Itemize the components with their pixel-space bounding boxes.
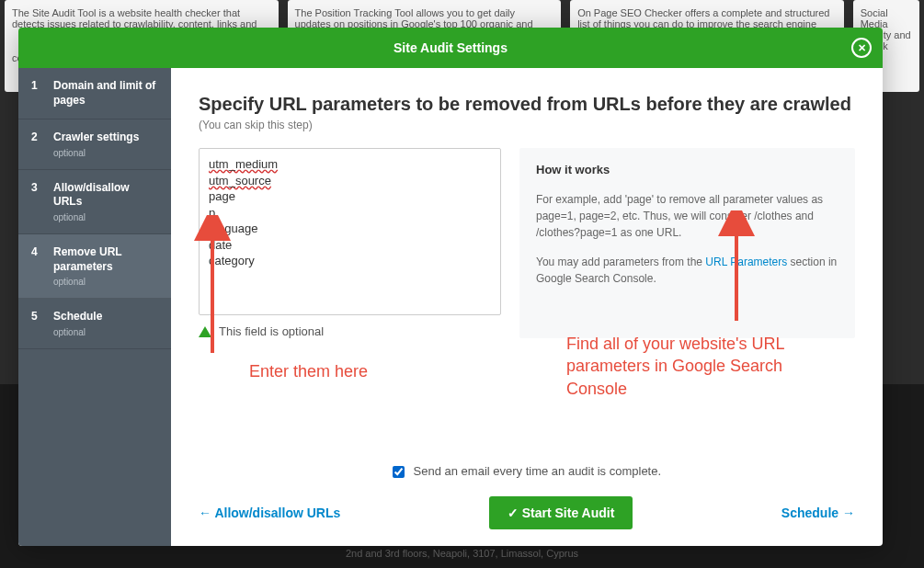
step-number: 5 (31, 310, 42, 337)
warning-icon (199, 326, 211, 337)
settings-modal: Site Audit Settings 1 Domain and limit o… (18, 28, 883, 546)
step-domain[interactable]: 1 Domain and limit of pages (18, 68, 171, 119)
step-title: Domain and limit of pages (53, 79, 158, 108)
how-paragraph: For example, add 'page' to remove all pa… (536, 191, 838, 241)
optional-note: This field is optional (199, 324, 501, 338)
how-it-works-title: How it works (536, 163, 838, 176)
step-title: Schedule (53, 310, 158, 324)
how-paragraph: You may add parameters from the URL Para… (536, 254, 838, 287)
step-number: 1 (31, 79, 42, 108)
step-crawler[interactable]: 2 Crawler settingsoptional (18, 119, 171, 170)
url-parameters-link[interactable]: URL Parameters (705, 256, 787, 268)
step-title: Allow/disallow URLs (53, 181, 158, 210)
step-optional: optional (53, 148, 158, 158)
step-remove-params[interactable]: 4 Remove URL parametersoptional (18, 234, 171, 299)
email-label: Send an email every time an audit is com… (414, 464, 662, 478)
modal-content: Specify URL parameters to be removed fro… (171, 68, 883, 546)
back-button[interactable]: Allow/disallow URLs (199, 506, 340, 520)
step-optional: optional (53, 277, 158, 287)
email-checkbox[interactable] (393, 466, 405, 478)
wizard-steps: 1 Domain and limit of pages 2 Crawler se… (18, 68, 171, 546)
footer-address: 2nd and 3rd floors, Neapoli, 3107, Limas… (346, 548, 578, 559)
url-params-input[interactable]: utm_mediumutm_sourcepageplanguagedatecat… (199, 148, 501, 315)
annotation-text: Enter them here (249, 360, 368, 382)
optional-text: This field is optional (219, 324, 324, 338)
step-schedule[interactable]: 5 Scheduleoptional (18, 299, 171, 349)
step-title: Remove URL parameters (53, 245, 158, 274)
next-button[interactable]: Schedule (781, 506, 855, 520)
start-audit-button[interactable]: Start Site Audit (489, 496, 633, 529)
close-icon[interactable] (851, 38, 872, 58)
modal-nav: Allow/disallow URLs Start Site Audit Sch… (199, 496, 855, 529)
email-option-row: Send an email every time an audit is com… (199, 464, 855, 478)
step-title: Crawler settings (53, 131, 158, 145)
step-number: 2 (31, 131, 42, 158)
step-optional: optional (53, 327, 158, 337)
step-optional: optional (53, 212, 158, 222)
page-subtitle: (You can skip this step) (199, 119, 855, 131)
modal-header: Site Audit Settings (18, 28, 883, 68)
page-title: Specify URL parameters to be removed fro… (199, 94, 855, 115)
step-number: 4 (31, 245, 42, 287)
annotation-text: Find all of your website's URL parameter… (566, 333, 824, 400)
modal-title: Site Audit Settings (394, 40, 508, 55)
step-number: 3 (31, 181, 42, 222)
step-allow[interactable]: 3 Allow/disallow URLsoptional (18, 170, 171, 234)
